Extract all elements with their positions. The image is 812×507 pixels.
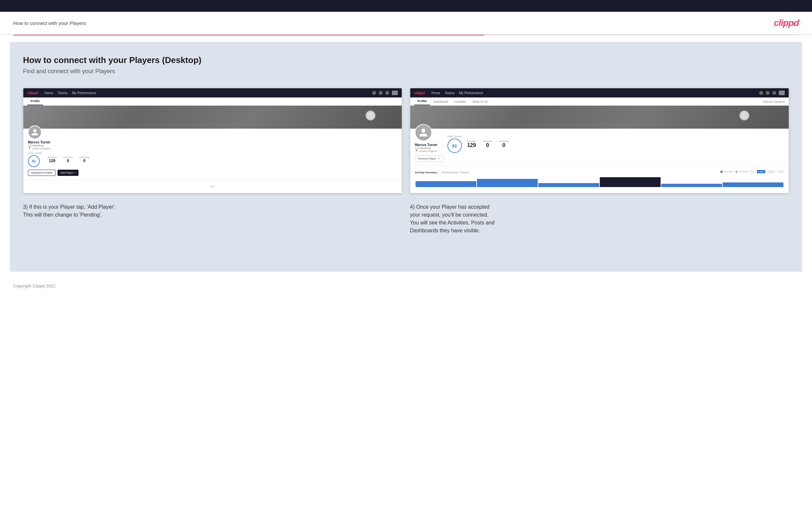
period-6mths-button[interactable]: 6 mths: [757, 170, 765, 173]
page-header: How to connect with your Players clippd: [0, 12, 812, 35]
right-tab-what-to-on[interactable]: What To On: [469, 98, 492, 105]
left-nav-items: Home Teams My Performance: [44, 91, 96, 95]
search-icon[interactable]: [372, 91, 376, 95]
right-stats-row: Player Quality 92 Activities 129 Followe…: [447, 135, 784, 153]
bar-4: [600, 177, 661, 187]
right-stat-activities: Activities 129: [467, 140, 476, 148]
right-handicap: 1-5 Handicap: [415, 147, 444, 150]
right-activity-titles: Activity Summary Monthly Activity · 6 Mo…: [415, 169, 469, 175]
main-title: How to connect with your Players (Deskto…: [23, 55, 789, 65]
descriptions-row: 3) If this is your Player tap, 'Add Play…: [23, 203, 789, 235]
right-stat-following: Following 0: [499, 140, 509, 148]
top-bar: [0, 0, 812, 12]
right-nav-performance[interactable]: My Performance: [459, 91, 483, 95]
left-buttons: Request to Follow Add Player +: [28, 170, 397, 176]
left-stats-row: Player Quality 92 Activities 129 Followe…: [28, 152, 397, 167]
remove-player-label: Remove Player: [418, 157, 436, 160]
page-header-title: How to connect with your Players: [13, 20, 86, 26]
oncourse-legend-label: On course: [724, 171, 733, 173]
period-1yr-button[interactable]: 1 yr: [750, 170, 756, 173]
right-activity-header: Activity Summary Monthly Activity · 6 Mo…: [415, 169, 784, 175]
clippd-logo: clippd: [774, 18, 799, 28]
right-tabbar: Profile Dashboard Activities What To On …: [410, 98, 789, 106]
right-search-icon[interactable]: [759, 91, 763, 95]
left-tabbar: Profile: [23, 98, 402, 106]
left-bottom-bar: ✏: [23, 180, 402, 193]
left-nav-performance[interactable]: My Performance: [72, 91, 96, 95]
remove-player-button[interactable]: Remove Player ✕: [415, 155, 444, 162]
left-tab-profile[interactable]: Profile: [27, 98, 43, 105]
right-avatar: [415, 124, 432, 141]
right-nav-icons: [759, 91, 785, 95]
period-3mths-button[interactable]: 3 mths: [767, 170, 775, 173]
offcourse-legend-dot: [735, 171, 738, 173]
right-stat-followers: Followers 0: [483, 140, 492, 148]
left-nav-teams[interactable]: Teams: [58, 91, 67, 95]
avatar-icon: [31, 128, 39, 136]
screenshot-panel-left: clippd Home Teams My Performance Profile: [23, 88, 402, 193]
right-location-pin-icon: 📍: [415, 150, 418, 153]
right-quality-block: Player Quality 92: [447, 135, 462, 153]
page-footer: Copyright Clippd 2022: [0, 278, 812, 294]
left-golf-banner: [23, 106, 402, 129]
bar-1: [415, 181, 476, 187]
left-player-name: Marcus Turner: [28, 140, 397, 144]
bar-5: [661, 184, 722, 187]
right-player-name: Marcus Turner: [415, 143, 444, 147]
right-stats-labels: Activities 129 Followers 0 Following 0: [467, 140, 509, 148]
right-tab-profile[interactable]: Profile: [414, 98, 430, 105]
right-tab-username: Marcus Turner ▾: [763, 98, 785, 105]
right-nav-home[interactable]: Home: [431, 91, 440, 95]
right-activity-controls: On course Off course 1 yr 6 mths 3 mths …: [720, 170, 784, 173]
location-pin-icon: 📍: [28, 147, 31, 150]
right-activity-chart: [415, 177, 784, 187]
request-follow-button[interactable]: Request to Follow: [28, 170, 55, 176]
right-activity-title: Activity Summary: [415, 171, 437, 174]
period-1mth-button[interactable]: 1 mth: [776, 170, 784, 173]
bar-2: [477, 179, 538, 187]
screenshots-row: clippd Home Teams My Performance Profile: [23, 88, 789, 193]
left-profile: Marcus Turner 1-5 Handicap 📍 United King…: [23, 129, 402, 180]
right-settings-icon[interactable]: [772, 91, 776, 95]
right-activity-subtitle: Monthly Activity · 6 Months: [442, 171, 469, 174]
offcourse-legend-label: Off course: [739, 171, 748, 173]
settings-icon[interactable]: [385, 91, 389, 95]
user-icon[interactable]: [379, 91, 383, 95]
screenshot-panel-right: clippd Home Teams My Performance Profile…: [410, 88, 789, 193]
left-quality-block: Player Quality 92: [28, 152, 42, 167]
bar-3: [539, 183, 599, 187]
main-content: How to connect with your Players (Deskto…: [10, 42, 802, 272]
pencil-icon: ✏: [211, 183, 215, 190]
main-subtitle: Find and connect with your Players: [23, 68, 789, 75]
right-profile: Marcus Turner 1-5 Handicap 📍 United King…: [410, 129, 789, 166]
left-quality-circle: 92: [28, 155, 40, 167]
right-avatar-icon: [418, 128, 428, 137]
right-nav-logo: clippd: [414, 91, 425, 95]
right-user-icon[interactable]: [766, 91, 770, 95]
left-stat-following: Following 0: [80, 156, 89, 163]
remove-x-icon: ✕: [438, 157, 440, 160]
left-stats-labels: Activities 129 Followers 0 Following 0: [48, 156, 89, 163]
globe-icon[interactable]: [392, 91, 398, 95]
bar-6: [723, 182, 783, 187]
right-activity-summary: Activity Summary Monthly Activity · 6 Mo…: [410, 166, 789, 190]
right-tab-activities[interactable]: Activities: [451, 98, 469, 105]
left-nav-home[interactable]: Home: [44, 91, 53, 95]
add-player-button[interactable]: Add Player +: [57, 170, 79, 176]
left-stat-followers: Followers 0: [63, 156, 73, 163]
right-location: 📍 United Kingdom: [415, 150, 444, 153]
right-golf-banner: [410, 106, 789, 129]
right-nav-items: Home Teams My Performance: [431, 91, 483, 95]
left-handicap: 1-5 Handicap: [28, 144, 397, 147]
right-nav-teams[interactable]: Teams: [445, 91, 454, 95]
header-divider: [13, 35, 799, 36]
right-navbar: clippd Home Teams My Performance: [410, 88, 789, 98]
left-quality-label: Player Quality: [28, 152, 42, 154]
description-right: 4) Once your Player has acceptedyour req…: [410, 203, 789, 235]
right-globe-icon[interactable]: [779, 91, 785, 95]
right-quality-circle: 92: [447, 138, 462, 153]
copyright-text: Copyright Clippd 2022: [13, 284, 55, 288]
left-location: 📍 United Kingdom: [28, 147, 397, 150]
description-left-text: 3) If this is your Player tap, 'Add Play…: [23, 204, 116, 218]
right-tab-dashboard[interactable]: Dashboard: [430, 98, 451, 105]
